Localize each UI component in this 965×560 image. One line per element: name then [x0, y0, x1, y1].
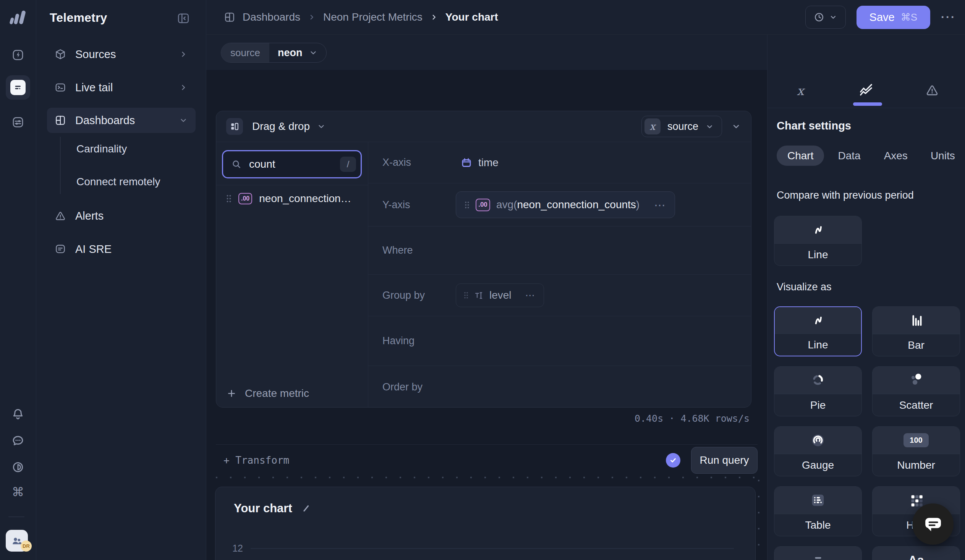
tab-axes[interactable]: Axes — [884, 150, 908, 162]
line-chart-icon — [774, 216, 862, 243]
having-row[interactable]: Having — [368, 316, 751, 366]
sidebar-item-cardinality[interactable]: Cardinality — [36, 138, 206, 160]
query-mode-label[interactable]: Drag & drop — [252, 120, 310, 132]
viz-option-text[interactable]: Aa — [872, 546, 960, 560]
breadcrumb-dashboards[interactable]: Dashboards — [242, 11, 300, 23]
edit-title-icon[interactable] — [301, 504, 311, 513]
group-by-field-chip[interactable]: level ⋯ — [456, 283, 544, 307]
tab-formula[interactable]: x — [767, 85, 833, 108]
chevron-down-icon[interactable] — [317, 122, 326, 131]
order-by-row[interactable]: Order by — [368, 366, 751, 408]
where-row[interactable]: Where — [368, 227, 751, 275]
x-axis-value[interactable]: time — [442, 157, 751, 169]
metrics-column: / .00 neon_connection… — [216, 142, 368, 408]
sidebar-item-dashboards[interactable]: Dashboards — [47, 108, 196, 133]
scatter-chart-icon — [873, 367, 960, 394]
viz-option-line[interactable]: Line — [774, 306, 862, 356]
search-icon — [232, 159, 241, 169]
sidebar-item-connect-remotely[interactable]: Connect remotely — [36, 171, 206, 193]
query-builder-header: Drag & drop x source — [216, 111, 751, 142]
chevron-down-icon — [179, 116, 188, 125]
chevron-right-icon — [307, 13, 316, 21]
drag-handle-icon[interactable] — [226, 194, 232, 203]
sidebar-item-alerts[interactable]: Alerts — [47, 203, 196, 229]
topbar-actions: Save ⌘S ··· — [805, 6, 965, 29]
support-chat-button[interactable] — [912, 503, 954, 545]
y-axis-metric-chip[interactable]: .00 avg(neon_connection_counts) ⋯ — [456, 191, 675, 218]
tab-warnings[interactable] — [899, 83, 965, 108]
collapse-sidebar-icon[interactable] — [177, 11, 190, 25]
editor-canvas: Drag & drop x source — [206, 70, 767, 560]
sidebar-item-ai-sre[interactable]: AI SRE — [47, 237, 196, 262]
filter-row: source neon — [206, 35, 767, 70]
topbar: Dashboards Neon Project Metrics Your cha… — [206, 0, 965, 35]
query-valid-check-icon — [666, 453, 680, 467]
transform-row: + Transform Run query — [216, 444, 757, 476]
pie-chart-icon — [774, 367, 862, 394]
feedback-icon[interactable] — [11, 434, 25, 448]
bar-chart-icon — [873, 307, 960, 334]
viz-option-bar[interactable]: Bar — [872, 306, 960, 356]
viz-option-sparkline[interactable] — [774, 546, 862, 560]
viz-option-scatter[interactable]: Scatter — [872, 366, 960, 416]
save-shortcut: ⌘S — [901, 11, 917, 23]
drag-handle-icon[interactable] — [465, 201, 469, 209]
drag-handle-icon[interactable] — [464, 291, 468, 299]
create-metric-button[interactable]: Create metric — [216, 379, 368, 408]
dashes-icon — [774, 547, 862, 560]
source-filter-key: source — [221, 43, 269, 62]
chevron-down-icon — [705, 122, 714, 131]
line-chart-icon — [775, 307, 861, 333]
active-tab-indicator — [853, 102, 882, 106]
metric-search-box[interactable]: / — [222, 150, 362, 178]
settings-tabs: Chart Data Axes Units — [777, 145, 955, 166]
flash-icon[interactable] — [11, 49, 25, 62]
slash-shortcut-badge: / — [340, 157, 356, 172]
warning-triangle-icon — [55, 210, 66, 222]
shortcuts-icon[interactable]: ⌘ — [12, 486, 24, 498]
collapse-section-icon[interactable] — [731, 121, 741, 131]
number-icon: 100 — [873, 427, 960, 454]
chart-icon — [859, 83, 873, 97]
sidebar-item-sources[interactable]: Sources — [47, 42, 196, 67]
metric-name: neon_connection… — [259, 193, 351, 205]
sidebar-item-live-tail[interactable]: Live tail — [47, 75, 196, 100]
metric-search-input[interactable] — [249, 158, 340, 170]
viz-option-number[interactable]: 100 Number — [872, 426, 960, 476]
query-builder-rail-item[interactable] — [6, 75, 30, 100]
viz-option-gauge[interactable]: Gauge — [774, 426, 862, 476]
chip-menu-icon[interactable]: ⋯ — [525, 293, 536, 298]
run-query-button[interactable]: Run query — [691, 447, 757, 473]
chevron-right-icon — [179, 50, 188, 59]
breadcrumb-dashboard-name[interactable]: Neon Project Metrics — [323, 11, 422, 23]
drag-drop-mode-icon — [226, 118, 243, 135]
source-filter-chip[interactable]: source neon — [221, 43, 327, 63]
clock-icon — [814, 12, 824, 23]
breadcrumb: Dashboards Neon Project Metrics Your cha… — [206, 11, 498, 23]
chat-bubble-icon — [922, 513, 944, 535]
app-window: ⌘ DR Telemetry — [0, 0, 965, 560]
sliders-icon[interactable] — [11, 116, 25, 129]
terminal-icon — [55, 82, 66, 93]
time-range-button[interactable] — [805, 6, 846, 29]
bell-icon[interactable] — [11, 407, 25, 421]
chart-title: Your chart — [234, 501, 292, 515]
tab-data[interactable]: Data — [838, 150, 860, 162]
add-transform-button[interactable]: + Transform — [224, 455, 289, 466]
tab-units[interactable]: Units — [931, 150, 955, 162]
metric-list-item[interactable]: .00 neon_connection… — [216, 185, 368, 212]
text-field-icon — [474, 290, 484, 300]
chip-menu-icon[interactable]: ⋯ — [654, 202, 666, 208]
tab-chart[interactable]: Chart — [777, 145, 824, 166]
viz-option-pie[interactable]: Pie — [774, 366, 862, 416]
series-group-pill[interactable]: x source — [641, 116, 722, 137]
compare-line-card[interactable]: Line — [774, 216, 862, 266]
horizontal-ruler — [216, 477, 757, 478]
save-button[interactable]: Save ⌘S — [857, 6, 930, 29]
theme-icon[interactable] — [11, 461, 25, 473]
more-menu-icon[interactable]: ··· — [941, 11, 956, 24]
compare-heading: Compare with previous period — [777, 189, 914, 201]
breadcrumb-current: Your chart — [445, 11, 498, 23]
viz-option-table[interactable]: Table — [774, 486, 862, 536]
y-axis-row: Y-axis .00 — [368, 183, 751, 227]
